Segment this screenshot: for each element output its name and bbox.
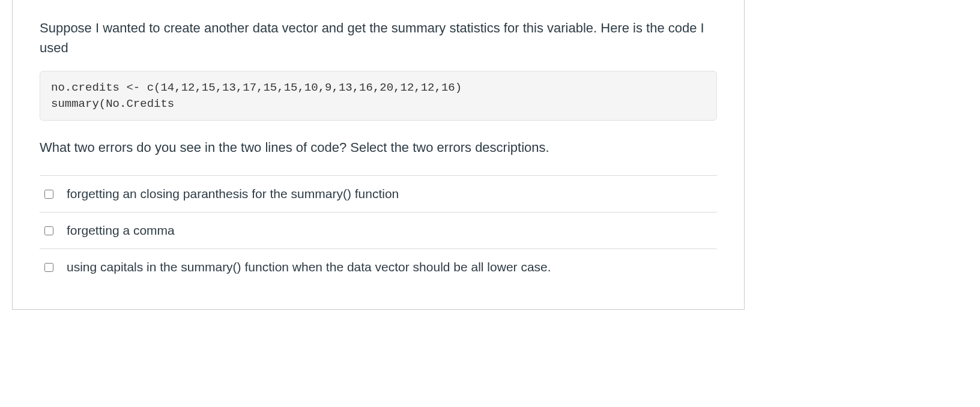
- question-intro-text: Suppose I wanted to create another data …: [40, 18, 717, 58]
- answer-option[interactable]: forgetting a comma: [40, 213, 717, 249]
- answer-checkbox-1[interactable]: [44, 226, 53, 235]
- answer-option[interactable]: forgetting an closing paranthesis for th…: [40, 176, 717, 213]
- answer-checkbox-2[interactable]: [44, 263, 53, 272]
- question-container: Suppose I wanted to create another data …: [12, 0, 745, 310]
- answer-label[interactable]: forgetting a comma: [67, 223, 175, 238]
- answer-option[interactable]: using capitals in the summary() function…: [40, 249, 717, 285]
- code-block: no.credits <- c(14,12,15,13,17,15,15,10,…: [40, 71, 717, 121]
- answer-label[interactable]: using capitals in the summary() function…: [67, 260, 551, 274]
- answer-checkbox-0[interactable]: [44, 190, 53, 199]
- answer-label[interactable]: forgetting an closing paranthesis for th…: [67, 187, 399, 201]
- answers-list: forgetting an closing paranthesis for th…: [40, 175, 717, 285]
- question-prompt-text: What two errors do you see in the two li…: [40, 137, 717, 157]
